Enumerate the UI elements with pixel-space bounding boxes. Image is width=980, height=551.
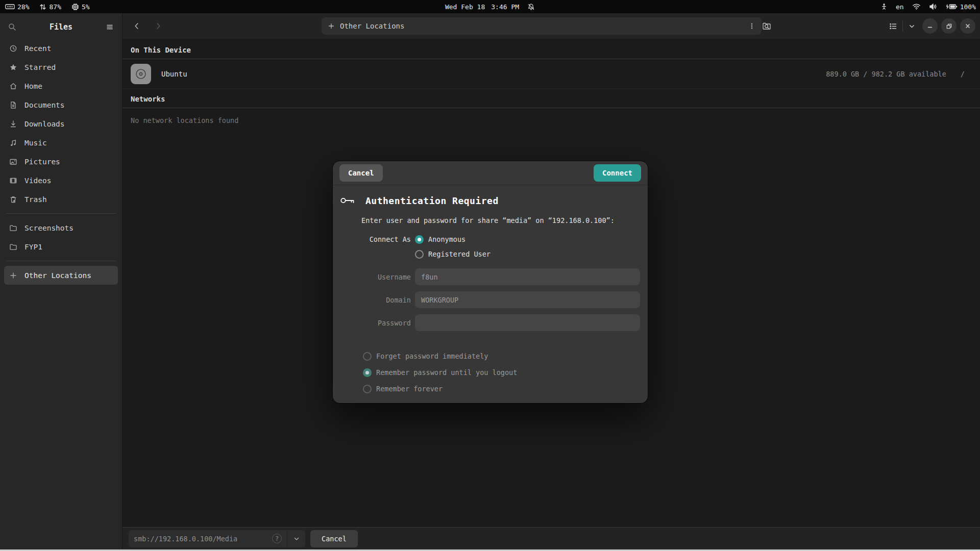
sidebar-divider bbox=[6, 261, 116, 261]
memory-indicator[interactable]: 28% bbox=[5, 3, 29, 11]
server-cancel-button[interactable]: Cancel bbox=[310, 530, 358, 547]
home-icon bbox=[9, 82, 17, 90]
radio-label: Remember forever bbox=[376, 385, 443, 393]
toolbar-separator bbox=[902, 20, 903, 32]
battery-charging-icon bbox=[945, 3, 958, 10]
sidebar-item-label: Pictures bbox=[24, 158, 60, 166]
cpu-indicator[interactable]: 5% bbox=[71, 3, 90, 11]
sidebar-item-label: Other Locations bbox=[24, 271, 91, 280]
server-address-value: smb://192.168.0.100/Media bbox=[134, 535, 237, 543]
download-icon bbox=[9, 120, 17, 128]
restore-button[interactable] bbox=[941, 18, 957, 34]
device-name: Ubuntu bbox=[161, 70, 187, 78]
sidebar: Files Recent Starred Home Documents Down… bbox=[0, 13, 122, 549]
sidebar-item-label: Documents bbox=[24, 101, 65, 109]
radio-registered-user[interactable]: Registered User bbox=[415, 248, 491, 260]
forward-button[interactable] bbox=[150, 18, 166, 34]
sidebar-item-screenshots[interactable]: Screenshots bbox=[4, 218, 118, 237]
recent-icon bbox=[9, 44, 17, 53]
help-icon[interactable]: ? bbox=[272, 534, 282, 543]
username-input[interactable] bbox=[415, 268, 640, 285]
volume-icon[interactable] bbox=[929, 3, 937, 10]
kebab-menu-icon[interactable] bbox=[748, 22, 755, 30]
sidebar-item-pictures[interactable]: Pictures bbox=[4, 152, 118, 171]
radio-forget-password[interactable]: Forget password immediately bbox=[363, 350, 648, 362]
radio-button-icon bbox=[363, 352, 372, 361]
disk-icon bbox=[131, 64, 151, 84]
dialog-header: Cancel Connect bbox=[333, 161, 648, 185]
username-label: Username bbox=[339, 273, 411, 281]
section-on-this-device: On This Device bbox=[122, 39, 980, 59]
hamburger-menu-icon[interactable] bbox=[106, 23, 114, 31]
memory-icon bbox=[5, 3, 15, 10]
close-button[interactable] bbox=[960, 18, 975, 34]
sidebar-item-downloads[interactable]: Downloads bbox=[4, 114, 118, 133]
domain-input[interactable] bbox=[415, 291, 640, 308]
battery-indicator[interactable]: 100% bbox=[945, 3, 976, 11]
radio-anonymous[interactable]: Anonymous bbox=[415, 233, 491, 245]
back-button[interactable] bbox=[129, 18, 145, 34]
device-mount-point: / bbox=[961, 70, 965, 78]
device-space: 889.0 GB / 982.2 GB available bbox=[826, 70, 946, 78]
server-address-input[interactable]: smb://192.168.0.100/Media ? bbox=[129, 530, 287, 547]
network-value: 87% bbox=[49, 3, 61, 11]
radio-label: Registered User bbox=[428, 250, 491, 258]
sidebar-item-music[interactable]: Music bbox=[4, 133, 118, 152]
radio-remember-forever[interactable]: Remember forever bbox=[363, 383, 648, 395]
password-label: Password bbox=[339, 319, 411, 327]
radio-button-icon bbox=[415, 250, 424, 259]
radio-button-icon bbox=[415, 235, 424, 244]
view-options-chevron-icon[interactable] bbox=[908, 22, 916, 30]
bell-slash-icon bbox=[527, 3, 535, 11]
trash-icon bbox=[9, 195, 17, 204]
sidebar-item-videos[interactable]: Videos bbox=[4, 171, 118, 190]
network-indicator[interactable]: 87% bbox=[39, 3, 61, 11]
radio-remember-until-logout[interactable]: Remember password until you logout bbox=[363, 366, 648, 379]
path-bar[interactable]: Other Locations bbox=[322, 17, 762, 35]
sidebar-item-other-locations[interactable]: Other Locations bbox=[4, 266, 118, 285]
keyboard-layout-indicator[interactable]: en bbox=[896, 3, 904, 11]
sidebar-divider bbox=[6, 213, 116, 214]
minimize-button[interactable] bbox=[922, 18, 938, 34]
list-view-icon[interactable] bbox=[889, 22, 897, 31]
folder-icon bbox=[9, 224, 17, 232]
sidebar-item-home[interactable]: Home bbox=[4, 77, 118, 95]
picture-icon bbox=[9, 158, 17, 166]
key-icon bbox=[340, 196, 355, 205]
accessibility-icon[interactable] bbox=[880, 3, 888, 11]
device-row-ubuntu[interactable]: Ubuntu 889.0 GB / 982.2 GB available / bbox=[122, 59, 980, 89]
dialog-cancel-button[interactable]: Cancel bbox=[339, 164, 383, 182]
star-icon bbox=[9, 63, 17, 71]
sidebar-item-label: Videos bbox=[24, 177, 51, 185]
wifi-icon[interactable] bbox=[912, 3, 921, 10]
sidebar-item-label: Downloads bbox=[24, 120, 65, 128]
search-icon[interactable] bbox=[8, 23, 16, 31]
app-title: Files bbox=[16, 22, 106, 32]
sidebar-item-documents[interactable]: Documents bbox=[4, 95, 118, 114]
status-time: 3:46 PM bbox=[491, 3, 519, 11]
clock-menu[interactable]: Wed Feb 18 3:46 PM bbox=[445, 0, 535, 13]
status-date: Wed Feb 18 bbox=[445, 3, 485, 11]
password-input[interactable] bbox=[415, 314, 640, 331]
sidebar-item-trash[interactable]: Trash bbox=[4, 190, 118, 209]
folder-icon bbox=[9, 243, 17, 251]
sidebar-item-recent[interactable]: Recent bbox=[4, 39, 118, 58]
memory-value: 28% bbox=[17, 3, 29, 11]
radio-button-icon bbox=[363, 385, 372, 393]
authentication-dialog: Cancel Connect Authentication Required E… bbox=[333, 161, 648, 403]
section-networks: Networks bbox=[122, 89, 980, 108]
sidebar-item-label: Music bbox=[24, 139, 47, 147]
sidebar-item-fyp1[interactable]: FYP1 bbox=[4, 237, 118, 256]
plus-icon bbox=[328, 22, 335, 30]
music-note-icon bbox=[9, 139, 17, 147]
recent-servers-chevron[interactable] bbox=[287, 530, 305, 547]
system-status-bar: 28% 87% 5% Wed Feb 18 3:46 PM en bbox=[0, 0, 980, 13]
search-everywhere-icon[interactable] bbox=[758, 18, 775, 34]
headerbar: Other Locations bbox=[122, 13, 980, 39]
sidebar-item-starred[interactable]: Starred bbox=[4, 58, 118, 77]
dialog-connect-button[interactable]: Connect bbox=[594, 164, 641, 182]
battery-value: 100% bbox=[960, 3, 976, 11]
connect-as-label: Connect As bbox=[339, 233, 411, 245]
sidebar-item-label: Recent bbox=[24, 44, 51, 53]
sidebar-item-label: Screenshots bbox=[24, 224, 74, 232]
